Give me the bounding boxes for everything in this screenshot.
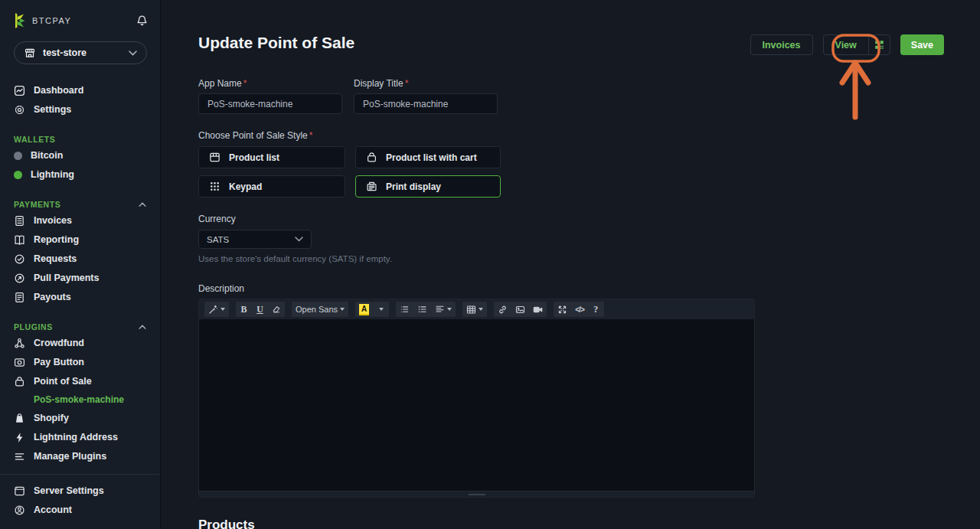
chevron-down-icon <box>295 237 303 242</box>
currency-section: Currency SATS Uses the store's default c… <box>198 214 944 263</box>
btcpay-logo-text: BTCPAY <box>32 16 71 25</box>
sidebar-nav: Dashboard Settings WALLETS Bitcoin <box>0 81 160 520</box>
book-icon <box>14 234 25 246</box>
pull-payment-icon <box>14 273 25 284</box>
editor-content-area[interactable] <box>199 319 754 491</box>
description-label: Description <box>198 283 944 294</box>
style-option-product-list-with-cart[interactable]: Product list with cart <box>355 146 501 168</box>
save-button[interactable]: Save <box>900 34 944 55</box>
currency-select[interactable]: SATS <box>198 230 312 249</box>
insert-link-button[interactable] <box>494 302 511 317</box>
sidebar-item-settings[interactable]: Settings <box>0 100 160 119</box>
sidebar-item-shopify[interactable]: Shopify <box>0 409 160 428</box>
text-color-icon: A <box>359 304 369 315</box>
code-view-button[interactable]: </> <box>571 302 587 317</box>
sidebar-item-bitcoin[interactable]: Bitcoin <box>0 146 160 165</box>
insert-video-button[interactable] <box>529 302 547 317</box>
sidebar-item-server-settings[interactable]: Server Settings <box>0 482 160 501</box>
sidebar-item-account[interactable]: Account <box>0 501 160 520</box>
qr-code-button[interactable] <box>868 35 890 54</box>
app-name-label: App Name* <box>198 78 342 89</box>
keypad-icon <box>209 181 220 192</box>
list-ol-icon <box>417 305 427 314</box>
crowdfund-icon <box>14 338 25 349</box>
font-family-select[interactable]: Open Sans <box>292 302 348 317</box>
cart-bag-icon <box>366 152 377 163</box>
style-magic-wand-button[interactable] <box>204 302 229 317</box>
sidebar-item-label: Pay Button <box>34 356 84 369</box>
ordered-list-button[interactable] <box>413 302 431 317</box>
help-button[interactable]: ? <box>588 302 604 317</box>
app-name-input[interactable] <box>198 93 342 114</box>
sidebar-item-label: Point of Sale <box>34 375 92 388</box>
link-icon <box>498 305 508 315</box>
table-button[interactable] <box>462 302 487 317</box>
invoices-button[interactable]: Invoices <box>750 34 813 55</box>
unordered-list-button[interactable] <box>396 302 413 317</box>
notifications-button[interactable] <box>136 15 148 27</box>
underline-button[interactable]: U <box>252 302 268 317</box>
invoice-icon <box>14 215 25 227</box>
sidebar-item-label: Server Settings <box>34 485 104 498</box>
description-section: Description B <box>198 283 944 498</box>
sidebar-item-label: Settings <box>34 103 71 116</box>
style-option-keypad[interactable]: Keypad <box>198 175 345 198</box>
editor-resize-handle[interactable] <box>199 491 754 497</box>
sidebar-item-pull-payments[interactable]: Pull Payments <box>0 269 160 288</box>
sidebar-item-reporting[interactable]: Reporting <box>0 230 160 250</box>
clear-format-button[interactable] <box>268 302 285 317</box>
chevron-up-icon[interactable] <box>139 202 146 207</box>
help-icon: ? <box>593 304 598 315</box>
sidebar-item-label: Payouts <box>34 291 71 304</box>
bold-icon: B <box>240 304 247 315</box>
sidebar-item-dashboard[interactable]: Dashboard <box>0 81 160 100</box>
sidebar-item-requests[interactable]: Requests <box>0 250 160 269</box>
text-color-button[interactable]: A <box>355 302 373 317</box>
btcpay-logo[interactable]: BTCPAY <box>14 12 71 29</box>
sidebar-item-label: Crowdfund <box>34 337 84 350</box>
chevron-up-icon[interactable] <box>139 325 146 329</box>
insert-image-button[interactable] <box>511 302 529 317</box>
app-name-field-group: App Name* <box>198 78 342 114</box>
sidebar-divider <box>0 474 160 475</box>
sidebar-item-label: Dashboard <box>34 84 83 97</box>
table-icon <box>466 305 476 315</box>
dropdown-caret-icon <box>379 308 384 311</box>
sidebar-item-label: Pull Payments <box>34 272 99 285</box>
display-title-field-group: Display Title* <box>354 78 498 114</box>
sidebar-item-point-of-sale[interactable]: Point of Sale <box>0 372 160 391</box>
style-option-label: Product list with cart <box>386 152 477 163</box>
sidebar-item-lightning-address[interactable]: Lightning Address <box>0 428 160 447</box>
lightning-bolt-icon <box>14 432 25 443</box>
display-title-input[interactable] <box>354 93 498 114</box>
sidebar-item-invoices[interactable]: Invoices <box>0 211 160 230</box>
sidebar-item-crowdfund[interactable]: Crowdfund <box>0 334 160 353</box>
font-family-value: Open Sans <box>296 305 338 314</box>
btcpay-logo-icon <box>14 12 27 29</box>
qr-code-icon <box>874 40 884 50</box>
bold-button[interactable]: B <box>236 302 252 317</box>
image-icon <box>515 305 525 315</box>
resize-grip-icon <box>469 494 485 495</box>
sidebar-item-manage-plugins[interactable]: Manage Plugins <box>0 447 160 466</box>
sidebar-section-plugins: PLUGINS <box>0 320 160 334</box>
store-selector[interactable]: test-store <box>14 41 147 64</box>
style-option-print-display[interactable]: Print display <box>355 175 501 198</box>
view-button[interactable]: View <box>824 35 868 54</box>
sidebar-item-payouts[interactable]: Payouts <box>0 288 160 307</box>
sidebar-item-pay-button[interactable]: Pay Button <box>0 353 160 372</box>
magic-wand-icon <box>208 305 218 315</box>
style-option-product-list[interactable]: Product list <box>198 146 345 168</box>
text-color-dropdown-button[interactable] <box>373 302 389 317</box>
fullscreen-button[interactable] <box>554 302 571 317</box>
sidebar-item-lightning[interactable]: Lightning <box>0 165 160 184</box>
sidebar-item-label: Bitcoin <box>31 149 63 162</box>
editor-toolbar: B U Open Sans <box>199 299 754 319</box>
bell-icon <box>136 15 148 27</box>
dropdown-caret-icon <box>447 308 452 311</box>
sidebar-item-label: Lightning <box>31 168 74 181</box>
main-content: Update Point of Sale Invoices View Sa <box>161 0 980 529</box>
paragraph-align-button[interactable] <box>431 302 456 317</box>
sidebar-subitem-pos-smoke-machine[interactable]: PoS-smoke-machine <box>0 391 160 409</box>
required-asterisk: * <box>243 78 247 89</box>
